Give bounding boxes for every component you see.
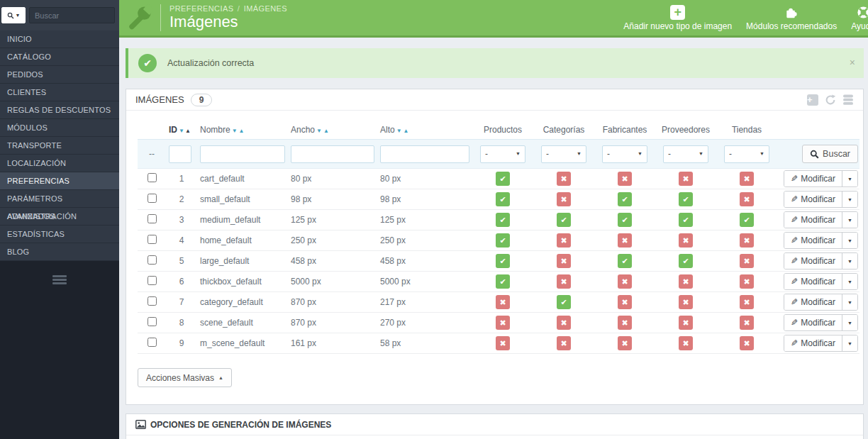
suppliers-disabled-cross-icon[interactable]: ✖ <box>679 274 693 289</box>
categories-disabled-cross-icon[interactable]: ✖ <box>557 254 571 268</box>
stores-disabled-cross-icon[interactable]: ✖ <box>740 274 754 289</box>
row-dropdown-toggle[interactable]: ▼ <box>842 191 857 207</box>
row-dropdown-toggle[interactable]: ▼ <box>842 274 857 289</box>
edit-button[interactable]: ✎Modificar <box>784 233 842 248</box>
sidebar-item-blog[interactable]: BLOG <box>0 243 119 261</box>
row-dropdown-toggle[interactable]: ▼ <box>842 233 857 248</box>
row-dropdown-toggle[interactable]: ▼ <box>842 171 857 187</box>
categories-enabled-check-icon[interactable]: ✔ <box>557 295 571 309</box>
add-icon[interactable]: + <box>807 94 818 106</box>
sidebar-item-parametros-avanzados[interactable]: PARÁMETROS AVANZADOS <box>0 190 119 208</box>
sort-desc-icon[interactable]: ▼ <box>179 128 184 134</box>
products-enabled-check-icon[interactable]: ✔ <box>496 213 510 227</box>
row-dropdown-toggle[interactable]: ▼ <box>842 315 857 330</box>
sort-asc-icon[interactable]: ▲ <box>239 128 245 134</box>
manufacturers-disabled-cross-icon[interactable]: ✖ <box>618 274 632 289</box>
filter-height-input[interactable] <box>380 145 469 163</box>
filter-width-input[interactable] <box>291 145 374 163</box>
stores-disabled-cross-icon[interactable]: ✖ <box>740 316 754 330</box>
bulk-actions-button[interactable]: Acciones Masivas ▲ <box>138 368 232 387</box>
sort-asc-icon[interactable]: ▲ <box>323 128 329 134</box>
stores-disabled-cross-icon[interactable]: ✖ <box>740 336 754 350</box>
manufacturers-disabled-cross-icon[interactable]: ✖ <box>618 233 632 248</box>
products-enabled-check-icon[interactable]: ✔ <box>496 233 510 248</box>
manufacturers-enabled-check-icon[interactable]: ✔ <box>618 192 632 206</box>
row-checkbox[interactable] <box>148 214 157 223</box>
sidebar-item-reglas-de-descuentos[interactable]: REGLAS DE DESCUENTOS <box>0 101 119 119</box>
row-checkbox[interactable] <box>148 194 157 203</box>
refresh-icon[interactable] <box>825 94 836 106</box>
filter-suppliers-select[interactable]: - <box>663 145 708 163</box>
manufacturers-enabled-check-icon[interactable]: ✔ <box>618 213 632 227</box>
sidebar-item-inicio[interactable]: INICIO <box>0 30 119 48</box>
stores-disabled-cross-icon[interactable]: ✖ <box>740 172 754 186</box>
categories-disabled-cross-icon[interactable]: ✖ <box>557 336 571 350</box>
filter-manufacturers-select[interactable]: - <box>602 145 647 163</box>
sidebar-item-preferencias[interactable]: PREFERENCIAS <box>0 172 119 190</box>
filter-stores-select[interactable]: - <box>724 145 769 163</box>
stores-enabled-check-icon[interactable]: ✔ <box>740 213 754 227</box>
column-header-name[interactable]: Nombre▼▲ <box>197 121 288 140</box>
sidebar-item-localizacion[interactable]: LOCALIZACIÓN <box>0 155 119 172</box>
products-enabled-check-icon[interactable]: ✔ <box>496 192 510 206</box>
products-enabled-check-icon[interactable]: ✔ <box>496 172 510 186</box>
manufacturers-enabled-check-icon[interactable]: ✔ <box>618 254 632 268</box>
stores-disabled-cross-icon[interactable]: ✖ <box>740 254 754 268</box>
header-action-recommended-modules[interactable]: Módulos recomendados <box>746 5 837 31</box>
row-checkbox[interactable] <box>148 317 157 326</box>
table-search-button[interactable]: Buscar <box>802 145 858 163</box>
manufacturers-disabled-cross-icon[interactable]: ✖ <box>618 336 632 350</box>
sidebar-item-clientes[interactable]: CLIENTES <box>0 84 119 101</box>
products-enabled-check-icon[interactable]: ✔ <box>496 274 510 289</box>
categories-disabled-cross-icon[interactable]: ✖ <box>557 274 571 289</box>
column-header-width[interactable]: Ancho▼▲ <box>288 121 377 140</box>
edit-button[interactable]: ✎Modificar <box>784 294 842 310</box>
suppliers-enabled-check-icon[interactable]: ✔ <box>679 254 693 268</box>
stores-disabled-cross-icon[interactable]: ✖ <box>740 295 754 309</box>
suppliers-disabled-cross-icon[interactable]: ✖ <box>679 233 693 248</box>
edit-button[interactable]: ✎Modificar <box>784 253 842 269</box>
row-dropdown-toggle[interactable]: ▼ <box>842 335 857 351</box>
row-dropdown-toggle[interactable]: ▼ <box>842 294 857 310</box>
column-header-id[interactable]: ID▼▲ <box>166 121 197 140</box>
sort-desc-icon[interactable]: ▼ <box>232 128 238 134</box>
filter-name-input[interactable] <box>200 145 285 163</box>
filter-products-select[interactable]: - <box>480 145 525 163</box>
column-header-height[interactable]: Alto▼▲ <box>377 121 472 140</box>
sidebar-item-modulos[interactable]: MÓDULOS <box>0 119 119 137</box>
edit-button[interactable]: ✎Modificar <box>784 315 842 330</box>
breadcrumb-parent[interactable]: PREFERENCIAS <box>169 4 233 13</box>
sidebar-item-administracion[interactable]: ADMINISTRACIÓN <box>0 208 119 226</box>
sidebar-item-catalogo[interactable]: CATÁLOGO <box>0 48 119 66</box>
products-disabled-cross-icon[interactable]: ✖ <box>496 316 510 330</box>
suppliers-enabled-check-icon[interactable]: ✔ <box>679 192 693 206</box>
collapse-menu-icon[interactable] <box>52 275 67 284</box>
filter-id-input[interactable] <box>169 145 191 163</box>
search-input[interactable] <box>29 7 115 23</box>
sort-desc-icon[interactable]: ▼ <box>316 128 322 134</box>
suppliers-disabled-cross-icon[interactable]: ✖ <box>679 316 693 330</box>
sort-asc-icon[interactable]: ▲ <box>185 128 191 134</box>
suppliers-disabled-cross-icon[interactable]: ✖ <box>679 172 693 186</box>
stores-disabled-cross-icon[interactable]: ✖ <box>740 233 754 248</box>
row-checkbox[interactable] <box>148 173 157 182</box>
suppliers-disabled-cross-icon[interactable]: ✖ <box>679 336 693 350</box>
edit-button[interactable]: ✎Modificar <box>784 191 842 207</box>
row-checkbox[interactable] <box>148 235 157 244</box>
manufacturers-disabled-cross-icon[interactable]: ✖ <box>618 316 632 330</box>
suppliers-enabled-check-icon[interactable]: ✔ <box>679 213 693 227</box>
categories-disabled-cross-icon[interactable]: ✖ <box>557 172 571 186</box>
edit-button[interactable]: ✎Modificar <box>784 212 842 228</box>
row-checkbox[interactable] <box>148 276 157 285</box>
sidebar-item-estadisticas[interactable]: ESTADÍSTICAS <box>0 226 119 243</box>
products-disabled-cross-icon[interactable]: ✖ <box>496 295 510 309</box>
row-checkbox[interactable] <box>148 338 157 347</box>
products-disabled-cross-icon[interactable]: ✖ <box>496 336 510 350</box>
header-action-help[interactable]: Ayuda <box>851 5 868 31</box>
search-scope-button[interactable]: ▼ <box>1 7 26 23</box>
edit-button[interactable]: ✎Modificar <box>784 335 842 351</box>
sort-desc-icon[interactable]: ▼ <box>396 128 402 134</box>
sidebar-item-transporte[interactable]: TRANSPORTE <box>0 137 119 155</box>
suppliers-disabled-cross-icon[interactable]: ✖ <box>679 295 693 309</box>
row-checkbox[interactable] <box>148 255 157 265</box>
